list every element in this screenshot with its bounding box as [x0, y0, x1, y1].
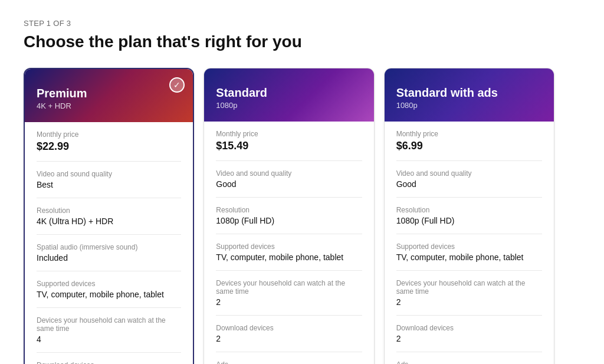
- plan-row-label-standard-ads-3: Supported devices: [396, 242, 542, 251]
- plan-row-standard-ads-5: Download devices2: [396, 316, 542, 352]
- plan-name-premium: Premium: [37, 87, 181, 100]
- plan-row-premium-4: Supported devicesTV, computer, mobile ph…: [37, 271, 181, 308]
- plan-row-standard-ads-2: Resolution1080p (Full HD): [396, 198, 542, 234]
- plan-card-premium[interactable]: ✓Premium4K + HDRMonthly price$22.99Video…: [24, 68, 194, 364]
- plan-row-premium-6: Download devices6: [37, 353, 181, 364]
- plan-row-standard-ads-6: AdsA few ad breaks: [396, 352, 542, 364]
- plan-row-standard-0: Monthly price$15.49: [216, 122, 362, 161]
- plan-row-standard-1: Video and sound qualityGood: [216, 161, 362, 198]
- plan-row-standard-5: Download devices2: [216, 316, 362, 352]
- plan-card-standard[interactable]: Standard1080pMonthly price$15.49Video an…: [203, 68, 374, 364]
- plan-row-label-standard-ads-1: Video and sound quality: [396, 169, 542, 178]
- plan-row-label-premium-4: Supported devices: [37, 280, 181, 288]
- plan-row-value-standard-ads-4: 2: [396, 297, 542, 307]
- plan-body-premium: Monthly price$22.99Video and sound quali…: [25, 122, 193, 364]
- plan-row-value-standard-5: 2: [216, 334, 362, 343]
- plan-row-value-standard-0: $15.49: [216, 140, 362, 152]
- plan-subtitle-standard-ads: 1080p: [396, 101, 542, 110]
- plan-row-premium-0: Monthly price$22.99: [37, 122, 181, 162]
- plan-header-standard-ads: Standard with ads1080p: [385, 68, 554, 122]
- plan-row-standard-ads-4: Devices your household can watch at the …: [396, 271, 542, 316]
- plan-card-standard-ads[interactable]: Standard with ads1080pMonthly price$6.99…: [384, 68, 554, 364]
- plans-grid: ✓Premium4K + HDRMonthly price$22.99Video…: [24, 68, 554, 364]
- plan-row-label-standard-0: Monthly price: [216, 130, 362, 138]
- plan-row-label-standard-ads-4: Devices your household can watch at the …: [396, 279, 542, 296]
- plan-row-label-standard-3: Supported devices: [216, 242, 362, 251]
- page-title: Choose the plan that's right for you: [24, 32, 580, 51]
- plan-row-label-standard-5: Download devices: [216, 324, 362, 332]
- plan-row-value-standard-1: Good: [216, 179, 362, 189]
- plan-row-label-standard-4: Devices your household can watch at the …: [216, 279, 362, 296]
- plan-row-standard-3: Supported devicesTV, computer, mobile ph…: [216, 234, 362, 271]
- plan-row-label-premium-1: Video and sound quality: [37, 170, 181, 178]
- plan-body-standard-ads: Monthly price$6.99Video and sound qualit…: [385, 122, 554, 364]
- plan-row-label-standard-6: Ads: [216, 360, 362, 364]
- plan-row-standard-6: AdsNo ads: [216, 352, 362, 364]
- plan-row-value-standard-ads-1: Good: [396, 179, 542, 189]
- plan-row-standard-4: Devices your household can watch at the …: [216, 271, 362, 316]
- plan-row-value-premium-4: TV, computer, mobile phone, tablet: [37, 290, 181, 299]
- plan-header-standard: Standard1080p: [204, 68, 373, 122]
- plan-row-premium-2: Resolution4K (Ultra HD) + HDR: [37, 198, 181, 235]
- plan-name-standard-ads: Standard with ads: [396, 86, 542, 100]
- plan-row-value-premium-2: 4K (Ultra HD) + HDR: [37, 217, 181, 226]
- plan-row-value-standard-3: TV, computer, mobile phone, tablet: [216, 252, 362, 262]
- plan-row-label-standard-2: Resolution: [216, 206, 362, 214]
- plan-row-label-standard-ads-0: Monthly price: [396, 130, 542, 138]
- plan-row-label-standard-1: Video and sound quality: [216, 169, 362, 178]
- plan-body-standard: Monthly price$15.49Video and sound quali…: [204, 122, 373, 364]
- selected-check-icon: ✓: [169, 77, 185, 93]
- plan-row-label-premium-3: Spatial audio (immersive sound): [37, 243, 181, 251]
- plan-row-label-premium-5: Devices your household can watch at the …: [37, 316, 181, 333]
- plan-name-standard: Standard: [216, 86, 362, 100]
- plan-row-value-standard-2: 1080p (Full HD): [216, 216, 362, 225]
- plan-row-label-standard-ads-5: Download devices: [396, 324, 542, 332]
- plan-row-label-premium-2: Resolution: [37, 206, 181, 215]
- plan-row-label-standard-ads-2: Resolution: [396, 206, 542, 214]
- plan-header-premium: ✓Premium4K + HDR: [25, 69, 193, 122]
- plan-row-value-premium-1: Best: [37, 180, 181, 189]
- plan-row-label-premium-0: Monthly price: [37, 130, 181, 139]
- plan-row-value-standard-4: 2: [216, 297, 362, 307]
- plan-row-value-premium-3: Included: [37, 253, 181, 263]
- plan-row-premium-1: Video and sound qualityBest: [37, 162, 181, 198]
- step-label: STEP 1 OF 3: [24, 19, 580, 28]
- plan-row-label-standard-ads-6: Ads: [396, 360, 542, 364]
- plan-row-value-standard-ads-2: 1080p (Full HD): [396, 216, 542, 225]
- plan-row-value-standard-ads-0: $6.99: [396, 140, 542, 152]
- plan-row-standard-ads-1: Video and sound qualityGood: [396, 161, 542, 198]
- plan-subtitle-premium: 4K + HDR: [37, 101, 181, 110]
- plan-row-value-standard-ads-5: 2: [396, 334, 542, 343]
- plan-row-value-premium-5: 4: [37, 335, 181, 344]
- plan-row-value-standard-ads-3: TV, computer, mobile phone, tablet: [396, 252, 542, 262]
- plan-subtitle-standard: 1080p: [216, 101, 362, 110]
- plan-row-value-premium-0: $22.99: [37, 140, 181, 153]
- plan-row-standard-2: Resolution1080p (Full HD): [216, 198, 362, 234]
- plan-row-label-premium-6: Download devices: [37, 361, 181, 364]
- plan-row-standard-ads-0: Monthly price$6.99: [396, 122, 542, 161]
- plan-row-premium-5: Devices your household can watch at the …: [37, 308, 181, 353]
- plan-row-standard-ads-3: Supported devicesTV, computer, mobile ph…: [396, 234, 542, 271]
- plan-row-premium-3: Spatial audio (immersive sound)Included: [37, 235, 181, 271]
